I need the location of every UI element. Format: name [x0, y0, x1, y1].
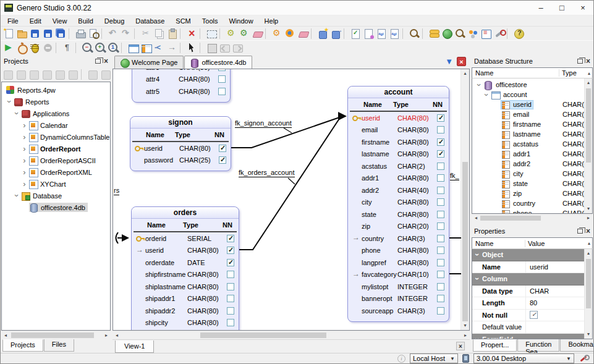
db-structure-item[interactable]: addr2 CHAR(40): [472, 159, 592, 169]
toolbar-button[interactable]: [218, 41, 231, 54]
editor-tab[interactable]: Welcome Page: [114, 56, 184, 69]
chevron-down-icon[interactable]: [472, 286, 482, 297]
toolbar-button[interactable]: [28, 27, 41, 40]
toolbar-button[interactable]: [316, 27, 329, 40]
entity-column-row[interactable]: favcategory CHAR(10): [348, 269, 449, 281]
not-null-checkbox[interactable]: [227, 283, 234, 290]
chevron-down-icon[interactable]: [472, 321, 482, 333]
toolbar-button[interactable]: [127, 41, 140, 54]
toolbar-button[interactable]: [61, 41, 74, 54]
not-null-checkbox[interactable]: [437, 114, 444, 122]
not-null-checkbox[interactable]: [219, 156, 226, 164]
not-null-checkbox[interactable]: [437, 283, 444, 290]
scrollbar-thumb[interactable]: [462, 162, 468, 321]
scroll-up-icon[interactable]: ▴: [585, 249, 592, 258]
toolbar-button[interactable]: [231, 41, 244, 54]
properties-vertical-scrollbar[interactable]: ▴ ▾: [584, 249, 592, 339]
db-structure-horizontal-scrollbar[interactable]: ◂ ▸: [472, 214, 593, 222]
projects-toolbar-button[interactable]: [15, 68, 28, 81]
property-row[interactable]: Default value: [472, 321, 592, 334]
not-null-checkbox[interactable]: [437, 307, 444, 315]
not-null-checkbox[interactable]: [218, 88, 226, 95]
toolbar-button[interactable]: [284, 27, 297, 40]
db-structure-item[interactable]: firstname CHAR(80): [472, 119, 592, 129]
scroll-right-icon[interactable]: ▸: [584, 214, 593, 222]
tree-expand-chevron-icon[interactable]: [13, 191, 21, 200]
menu-item[interactable]: Database: [130, 15, 170, 26]
close-panel-icon[interactable]: ×: [586, 228, 590, 234]
property-row[interactable]: Not null: [472, 310, 592, 322]
scroll-right-icon[interactable]: ▸: [102, 331, 111, 339]
toolbar-button[interactable]: [41, 27, 54, 40]
scroll-down-icon[interactable]: ▾: [585, 330, 592, 339]
scrollbar-thumb[interactable]: [586, 88, 591, 163]
entity-column-row[interactable]: userid CHAR(80): [130, 142, 231, 154]
tree-expand-chevron-icon[interactable]: [20, 132, 28, 142]
projects-toolbar-button[interactable]: [87, 68, 100, 81]
chevron-down-icon[interactable]: [472, 310, 482, 321]
not-null-checkbox[interactable]: [437, 235, 444, 242]
toolbar-button[interactable]: [329, 27, 342, 40]
property-row[interactable]: Length 80: [472, 297, 592, 310]
not-null-checkbox[interactable]: [227, 271, 234, 278]
menu-item[interactable]: Edit: [24, 15, 47, 26]
toolbar-button[interactable]: [2, 41, 15, 54]
projects-toolbar-button[interactable]: [41, 68, 54, 81]
tree-expand-chevron-icon[interactable]: [483, 90, 491, 99]
float-panel-icon[interactable]: [95, 59, 101, 64]
entity-column-row[interactable]: phone CHAR(80): [348, 245, 449, 257]
not-null-checkbox[interactable]: [218, 75, 226, 83]
name-column-header[interactable]: Name: [472, 240, 525, 247]
entity-column-row[interactable]: banneropt INTEGER: [348, 293, 449, 305]
toolbar-button[interactable]: [74, 27, 87, 40]
configuration-selector[interactable]: 3.00.04 Desktop ▼: [473, 353, 574, 363]
toolbar-button[interactable]: [388, 27, 401, 40]
property-row[interactable]: Name userid: [472, 261, 592, 274]
value-column-header[interactable]: Value: [525, 240, 592, 247]
db-structure-item[interactable]: addr1 CHAR(80): [472, 149, 592, 159]
toolbar-button[interactable]: [153, 41, 166, 54]
not-null-checkbox[interactable]: [437, 271, 444, 278]
scroll-up-icon[interactable]: ▴: [585, 78, 592, 87]
not-null-checkbox[interactable]: [437, 138, 444, 146]
entity-table-signon[interactable]: signon Name Type NN userid: [130, 116, 231, 171]
projects-tree-item[interactable]: Database: [2, 190, 110, 201]
close-document-button[interactable]: ×: [457, 57, 466, 66]
toolbar-button[interactable]: [140, 41, 153, 54]
device-icon[interactable]: [462, 354, 469, 363]
host-selector[interactable]: Local Host ▼: [410, 353, 458, 363]
projects-tree-item[interactable]: XYChart: [2, 178, 110, 190]
menu-item[interactable]: File: [2, 15, 24, 26]
entity-column-row[interactable]: shipfirstname CHAR(80): [132, 269, 239, 281]
toolbar-button[interactable]: [54, 27, 67, 40]
not-null-checkbox[interactable]: [227, 259, 234, 266]
projects-tree-item[interactable]: officestore.4db: [2, 201, 110, 213]
view-tab[interactable]: View-1: [115, 341, 154, 353]
toolbar-button[interactable]: [238, 27, 251, 40]
configure-icon[interactable]: [579, 353, 588, 363]
not-null-checkbox[interactable]: [437, 187, 444, 194]
property-row[interactable]: Column: [472, 273, 592, 286]
panel-tab[interactable]: Propert...: [473, 339, 517, 352]
toolbar-button[interactable]: [205, 41, 218, 54]
db-structure-item[interactable]: phone CHAR(80): [472, 208, 592, 214]
tree-expand-chevron-icon[interactable]: [6, 97, 14, 106]
scroll-left-icon[interactable]: ◂: [1, 331, 10, 339]
not-null-checkbox[interactable]: [437, 211, 444, 218]
diagram-horizontal-scrollbar[interactable]: ◂ ▸: [112, 331, 470, 339]
close-view-icon[interactable]: ×: [456, 342, 465, 350]
menu-item[interactable]: View: [47, 15, 73, 26]
db-structure-item[interactable]: zip CHAR(20): [472, 188, 592, 198]
db-structure-item[interactable]: acstatus CHAR(2): [472, 139, 592, 149]
entity-column-row[interactable]: zip CHAR(20): [348, 221, 449, 233]
entity-column-row[interactable]: shipstate CHAR(80): [132, 329, 239, 330]
toolbar-button[interactable]: [185, 41, 198, 54]
toolbar-button[interactable]: [225, 27, 238, 40]
toolbar-button[interactable]: [251, 27, 264, 40]
scrollbar-thumb[interactable]: [586, 259, 591, 308]
scroll-left-icon[interactable]: ◂: [112, 331, 121, 339]
entity-column-row[interactable]: shiplastname CHAR(80): [132, 281, 239, 293]
toolbar-button[interactable]: [107, 41, 120, 54]
toolbar-button[interactable]: [428, 27, 441, 40]
entity-column-row[interactable]: userid CHAR(80): [348, 112, 449, 124]
